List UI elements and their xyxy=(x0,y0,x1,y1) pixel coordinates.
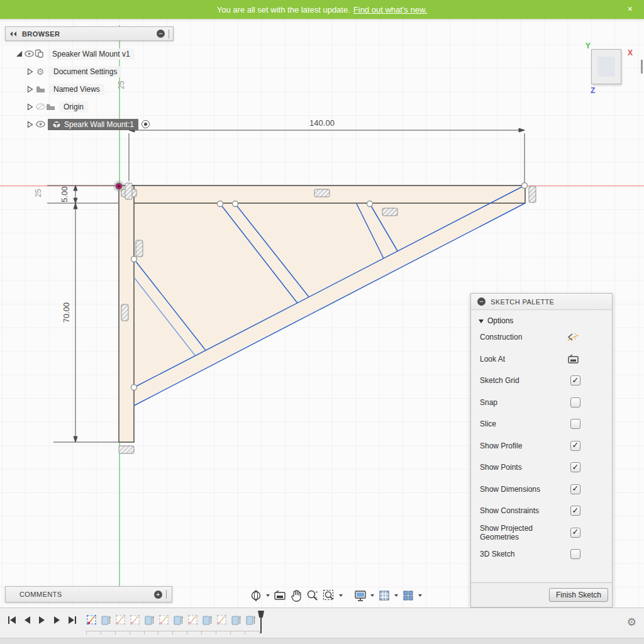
browser-panel-header[interactable]: BROWSER − xyxy=(5,26,174,41)
expanded-arrow-icon[interactable] xyxy=(14,49,24,59)
viewports-dropdown-icon[interactable] xyxy=(418,594,422,597)
dimension-width-label[interactable]: 140.00 xyxy=(309,118,335,128)
timeline-item-sketch[interactable] xyxy=(158,613,170,627)
timeline-item-extrude[interactable] xyxy=(231,613,242,627)
visibility-eye-icon[interactable] xyxy=(35,119,45,130)
construction-icon[interactable] xyxy=(567,331,580,343)
visibility-eye-icon[interactable] xyxy=(24,49,34,59)
browser-item-document-settings[interactable]: ⚙ Document Settings xyxy=(25,65,121,78)
section-expand-icon[interactable] xyxy=(479,319,484,323)
browser-item-label-selected[interactable]: Speark Wall Mount:1 xyxy=(48,119,138,130)
grid-settings-dropdown-icon[interactable] xyxy=(394,594,398,597)
sketch-point xyxy=(367,201,373,207)
show-points-checkbox[interactable] xyxy=(570,462,580,472)
browser-item-named-views[interactable]: Named Views xyxy=(25,82,104,96)
timeline-item-extrude[interactable] xyxy=(245,613,257,627)
body-cube-icon xyxy=(52,120,61,129)
timeline-item-sketch[interactable] xyxy=(216,613,228,627)
folder-icon xyxy=(35,84,45,94)
collapse-panel-icon[interactable] xyxy=(9,31,17,37)
timeline-go-to-end-button[interactable] xyxy=(67,614,78,626)
palette-row-label: Look At xyxy=(480,355,567,364)
viewcube-axis-z: Z xyxy=(591,86,595,95)
panel-grip[interactable] xyxy=(169,30,169,38)
palette-row-label: Show Dimensions xyxy=(480,485,570,494)
timeline-play-button[interactable] xyxy=(36,614,48,626)
timeline-playhead[interactable] xyxy=(257,611,265,635)
timeline-item-sketch[interactable] xyxy=(130,613,141,627)
browser-display-toggle-icon[interactable]: − xyxy=(157,30,165,38)
fit-icon[interactable] xyxy=(322,589,336,602)
orbit-dropdown-icon[interactable] xyxy=(266,594,270,597)
browser-item-label[interactable]: Origin xyxy=(59,101,88,113)
timeline-item-sketch[interactable] xyxy=(187,613,199,627)
timeline-item-extrude[interactable] xyxy=(144,613,155,627)
timeline-settings-gear-icon[interactable]: ⚙ xyxy=(627,616,636,628)
collapsed-arrow-icon[interactable] xyxy=(25,119,35,130)
collapsed-arrow-icon[interactable] xyxy=(25,102,35,112)
sketch-palette-header[interactable]: − SKETCH PALETTE xyxy=(471,294,612,310)
comments-expand-icon[interactable]: + xyxy=(154,591,162,599)
palette-row-label: Sketch Grid xyxy=(480,376,570,385)
timeline-item-sketch[interactable] xyxy=(86,613,97,627)
browser-item-root[interactable]: Speaker Wall Mount v1 xyxy=(14,47,135,60)
folder-icon xyxy=(45,102,55,112)
timeline-item-sketch[interactable] xyxy=(115,613,126,627)
palette-row-label: Show Points xyxy=(480,463,570,472)
slice-checkbox[interactable] xyxy=(570,419,580,429)
timeline-item-extrude[interactable] xyxy=(101,613,112,627)
collapsed-arrow-icon[interactable] xyxy=(25,67,35,77)
constraint-icon xyxy=(125,183,132,199)
panel-grip[interactable] xyxy=(166,590,167,599)
banner-close-icon[interactable]: × xyxy=(628,4,633,14)
activate-component-radio[interactable] xyxy=(142,120,150,128)
component-icon xyxy=(34,49,44,59)
sketch-palette-footer: Finish Sketch xyxy=(471,582,612,607)
scrollbar-nub[interactable] xyxy=(641,60,643,74)
finish-sketch-button[interactable]: Finish Sketch xyxy=(549,588,608,602)
show-profile-checkbox[interactable] xyxy=(570,441,580,451)
3d-sketch-checkbox[interactable] xyxy=(570,549,580,559)
show-projected-geometries-checkbox[interactable] xyxy=(570,528,580,538)
fit-dropdown-icon[interactable] xyxy=(339,594,343,597)
orbit-icon[interactable] xyxy=(249,589,263,602)
origin-point[interactable] xyxy=(113,180,125,192)
show-constraints-checkbox[interactable] xyxy=(570,506,580,516)
palette-row-3d-sketch: 3D Sketch xyxy=(471,543,612,565)
palette-row-label: Show Profile xyxy=(480,441,570,450)
whats-new-link[interactable]: Find out what's new. xyxy=(353,5,427,14)
browser-item-label[interactable]: Named Views xyxy=(49,84,104,95)
timeline-item-extrude[interactable] xyxy=(202,613,213,627)
browser-item-origin[interactable]: Origin xyxy=(25,100,88,113)
zoom-icon[interactable]: +- xyxy=(306,589,319,602)
timeline-step-back-button[interactable] xyxy=(21,614,33,626)
palette-collapse-icon[interactable]: − xyxy=(477,297,486,306)
pan-icon[interactable] xyxy=(289,589,303,602)
viewcube[interactable]: TOP Y X Z xyxy=(590,48,623,86)
timeline-step-forward-button[interactable] xyxy=(52,614,63,626)
timeline-go-to-start-button[interactable] xyxy=(6,614,18,626)
sketch-grid-checkbox[interactable] xyxy=(570,375,580,386)
palette-row-label: Show Constraints xyxy=(480,506,570,515)
display-settings-dropdown-icon[interactable] xyxy=(370,594,374,597)
browser-item-label[interactable]: Document Settings xyxy=(49,66,121,77)
visibility-off-eye-icon[interactable] xyxy=(35,102,45,112)
palette-row-sketch-grid: Sketch Grid xyxy=(471,370,612,392)
viewcube-top-face[interactable]: TOP xyxy=(591,49,621,84)
lookat-icon[interactable] xyxy=(567,353,580,365)
timeline-item-extrude[interactable] xyxy=(173,613,184,627)
grid-settings-icon[interactable] xyxy=(377,589,391,602)
viewports-icon[interactable] xyxy=(401,589,415,602)
browser-item-body[interactable]: Speark Wall Mount:1 xyxy=(25,118,150,131)
display-settings-icon[interactable] xyxy=(353,589,367,602)
dimension-height-label[interactable]: 70.00 xyxy=(62,303,71,323)
dimension-thickness-label[interactable]: 5.00 xyxy=(60,186,69,202)
palette-row-slice: Slice xyxy=(471,413,612,435)
look-at-icon[interactable] xyxy=(273,589,287,602)
snap-checkbox[interactable] xyxy=(570,397,580,408)
show-dimensions-checkbox[interactable] xyxy=(570,484,580,494)
browser-item-label[interactable]: Speaker Wall Mount v1 xyxy=(48,48,135,60)
comments-panel-header[interactable]: COMMENTS + xyxy=(5,586,172,602)
options-section-header[interactable]: Options xyxy=(471,310,612,326)
collapsed-arrow-icon[interactable] xyxy=(25,84,35,94)
